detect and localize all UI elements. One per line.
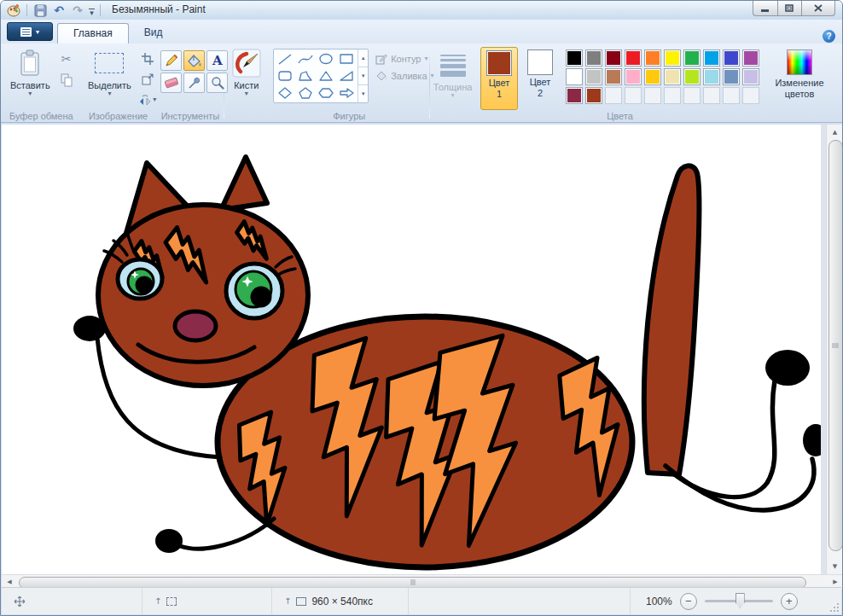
shape-rectangle[interactable] [336,50,357,67]
help-button[interactable]: ? [823,30,835,43]
outline-label: Контур [391,54,421,64]
palette-swatch[interactable] [566,49,583,67]
palette-swatch[interactable] [585,49,602,67]
shapes-scroll-down[interactable]: ▼ [358,67,368,85]
fill-bucket-icon [187,54,202,68]
group-colors: Цвет1 Цвет2 Изменениецветов Цвета [476,44,840,122]
workspace: ▲ ▼ [2,125,843,574]
palette-swatch[interactable] [605,49,622,67]
save-button[interactable] [32,3,48,18]
rotate-button[interactable]: ▾ [138,91,157,109]
palette-swatch[interactable] [742,49,759,67]
group-label-image: Изображение [80,111,156,121]
cursor-position-icon [14,596,26,607]
scroll-down-button[interactable]: ▼ [827,561,843,572]
resize-icon [142,73,154,85]
zoom-in-button[interactable]: + [781,593,798,610]
edit-colors-button[interactable]: Изменениецветов [763,46,836,109]
crop-button[interactable] [138,49,157,67]
thickness-button[interactable]: Толщина ▾ [430,46,476,101]
palette-swatch[interactable] [664,68,681,85]
shape-ellipse[interactable] [316,50,336,67]
shape-rounded-rectangle[interactable] [275,67,295,84]
eyedropper-icon [188,76,201,90]
resize-grip[interactable] [828,601,839,612]
palette-swatch[interactable] [683,68,701,85]
paint-window: ↶ ↷ ▾ Безымянный - Paint ▾ [0,0,843,616]
pencil-tool[interactable] [160,50,182,71]
palette-swatch[interactable] [723,68,740,85]
color1-button[interactable]: Цвет1 [480,47,518,110]
color2-button[interactable]: Цвет2 [521,47,559,110]
eraser-tool[interactable] [160,73,182,93]
qat-customize-button[interactable]: ▾ [89,6,95,15]
fill-tool[interactable] [183,50,205,71]
close-button[interactable] [801,1,835,16]
color-picker-tool[interactable] [183,73,205,93]
brushes-dropdown-arrow: ▾ [245,90,248,97]
cursor-position-segment [2,588,142,614]
palette-swatch[interactable] [625,49,642,67]
edit-colors-icon [787,49,812,75]
shape-curve[interactable] [295,50,316,67]
palette-swatch[interactable] [644,49,661,67]
shape-hexagon[interactable] [316,84,336,102]
window-controls [753,1,835,16]
palette-swatch[interactable] [644,68,661,85]
palette-swatch-empty [625,87,642,104]
palette-swatch[interactable] [566,68,583,85]
palette-swatch[interactable] [742,68,759,85]
palette-swatch[interactable] [723,49,740,67]
cut-button[interactable]: ✂ [57,49,76,68]
shape-arrow-right[interactable] [336,84,357,102]
shape-outline-button[interactable]: Контур ▾ [375,53,433,65]
zoom-segment: 100% − + [631,588,841,614]
paste-button[interactable]: Вставить ▾ [7,46,54,109]
palette-swatch[interactable] [625,68,642,85]
zoom-slider-thumb[interactable] [735,593,745,608]
restore-button[interactable] [777,1,801,16]
shape-triangle[interactable] [316,67,336,84]
minimize-button[interactable] [753,1,777,16]
shape-right-triangle[interactable] [336,67,357,84]
vertical-scroll-thumb[interactable] [828,140,843,551]
zoom-out-button[interactable]: − [680,593,697,610]
palette-swatch[interactable] [585,87,602,104]
drawing-canvas[interactable] [2,125,821,574]
redo-button[interactable]: ↷ [70,3,85,18]
shape-line[interactable] [275,50,295,67]
palette-swatch[interactable] [664,49,681,67]
palette-swatch-empty [664,87,681,104]
vertical-scrollbar[interactable]: ▲ ▼ [826,125,843,574]
shapes-more-button[interactable]: ▼ [358,85,368,102]
palette-swatch[interactable] [566,87,583,104]
scroll-up-button[interactable]: ▲ [827,126,843,138]
zoom-slider[interactable] [705,600,773,602]
shape-fill-button[interactable]: Заливка ▾ [375,70,433,82]
canvas-size-icon: ↑ [284,596,291,606]
tab-view[interactable]: Вид [129,23,178,44]
palette-swatch[interactable] [703,49,720,67]
cat-drawing [2,125,821,574]
cat-nose [175,311,216,340]
shape-diamond[interactable] [275,84,295,102]
brushes-button[interactable]: Кисти ▾ [229,46,265,109]
status-bar: ↑ ↑ 960 × 540пкс 100% − + [2,587,841,614]
palette-swatch[interactable] [683,49,701,67]
select-button[interactable]: Выделить ▾ [84,46,135,109]
palette-swatch[interactable] [585,68,602,85]
palette-swatch-empty [742,87,759,104]
resize-button[interactable] [138,70,157,88]
shape-pentagon[interactable] [295,84,316,102]
undo-button[interactable]: ↶ [51,3,67,18]
palette-swatch[interactable] [605,68,622,85]
shape-polygon[interactable] [295,67,316,84]
copy-button[interactable] [57,71,76,90]
shapes-scroll-up[interactable]: ▲ [358,49,368,67]
app-icon[interactable] [6,3,21,18]
copy-icon [61,73,73,87]
tab-home[interactable]: Главная [57,23,129,44]
cut-icon: ✂ [61,52,72,66]
palette-swatch[interactable] [703,68,720,85]
paint-menu-button[interactable]: ▾ [7,22,53,41]
